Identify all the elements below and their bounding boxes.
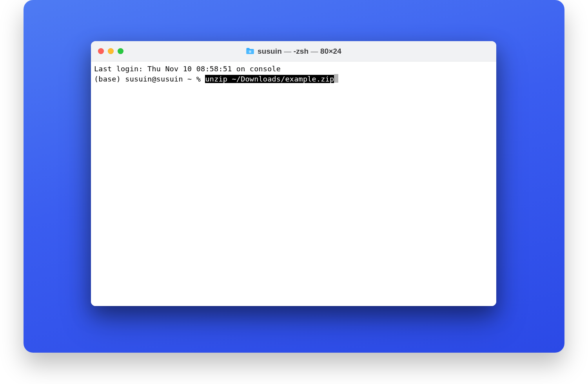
title-user: susuin	[258, 47, 282, 55]
zoom-button[interactable]	[118, 48, 123, 54]
window-title: susuin — -zsh — 80×24	[258, 47, 341, 56]
folder-icon	[246, 47, 254, 55]
last-login-line: Last login: Thu Nov 10 08:58:51 on conso…	[94, 65, 281, 73]
command-selection[interactable]: unzip ~/Downloads/example.zip	[205, 75, 334, 83]
shell-prompt: (base) susuin@susuin ~ %	[94, 75, 205, 83]
cursor	[334, 74, 338, 83]
minimize-button[interactable]	[108, 48, 114, 54]
titlebar[interactable]: susuin — -zsh — 80×24	[91, 41, 496, 62]
close-button[interactable]	[98, 48, 104, 54]
title-size: 80×24	[320, 47, 341, 55]
terminal-window: susuin — -zsh — 80×24 Last login: Thu No…	[91, 41, 496, 306]
terminal-body[interactable]: Last login: Thu Nov 10 08:58:51 on conso…	[91, 62, 496, 306]
background-stage: susuin — -zsh — 80×24 Last login: Thu No…	[24, 0, 564, 353]
window-title-group: susuin — -zsh — 80×24	[91, 47, 496, 56]
title-dash-1: —	[282, 47, 294, 55]
title-shell: -zsh	[294, 47, 309, 55]
svg-rect-2	[250, 51, 250, 52]
traffic-lights	[98, 48, 123, 54]
title-dash-2: —	[309, 47, 320, 55]
